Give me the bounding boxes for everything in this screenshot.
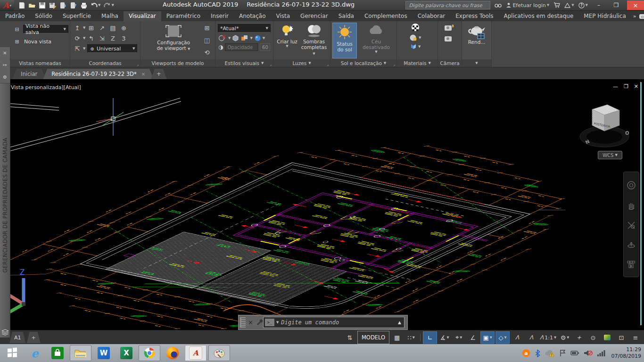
ribbon-tab-express-tools[interactable]: Express Tools — [450, 11, 498, 21]
undo-icon[interactable]: ▼ — [91, 2, 100, 9]
material-assign-icon[interactable] — [409, 34, 418, 41]
ribbon-tab-colaborar[interactable]: Colaborar — [413, 11, 451, 21]
restore-button[interactable]: ❐ — [610, 0, 623, 10]
bluetooth-icon[interactable] — [535, 349, 540, 357]
ucs-tool-icon-1-2[interactable]: ⇲ — [97, 33, 107, 43]
annotation-visibility-toggle[interactable]: Λ — [511, 332, 524, 343]
ribbon-tab-gerenciar[interactable]: Gerenciar — [295, 11, 333, 21]
excel-icon[interactable]: X — [116, 346, 137, 361]
search-input[interactable]: Digite palavra-chave ou frase — [405, 1, 490, 9]
open-icon[interactable] — [28, 2, 35, 9]
panel-title-named-views[interactable]: Vistas nomeadas — [10, 59, 70, 67]
ortho-toggle[interactable]: ∟ — [423, 331, 437, 344]
ucs-tool-icon-1-4[interactable]: 3 — [118, 33, 129, 43]
workspace-switching-gear[interactable]: ⚙▼ — [558, 332, 571, 343]
ribbon-tab-sólido[interactable]: Sólido — [30, 11, 58, 21]
opacity-slider[interactable]: Opacidade — [225, 43, 258, 51]
ucs-tool-icon-0-2[interactable]: ↗ — [97, 23, 107, 33]
face-style-icon[interactable] — [240, 34, 248, 41]
command-close-icon[interactable]: ✕ — [248, 319, 253, 326]
panel-title-model-viewports[interactable]: Viewports de modelo — [140, 59, 215, 67]
xray-toggle-icon[interactable]: ◑ — [218, 44, 223, 50]
panel-title-visual-styles[interactable]: Estilos visuais▼⌟ — [215, 59, 273, 67]
isolate-objects-toggle[interactable]: ⊙ — [586, 332, 600, 343]
file-tab-document[interactable]: Residência 26-07-19 23-22 3D*✕ — [43, 69, 154, 79]
firefox-icon[interactable] — [162, 346, 183, 361]
avast-icon[interactable]: a — [522, 349, 530, 357]
ribbon-tab-visualizar[interactable]: Visualizar — [124, 11, 161, 21]
onedrive-warning-icon[interactable]: ! — [545, 349, 555, 357]
new-icon[interactable] — [18, 2, 25, 9]
battery-icon[interactable] — [570, 350, 579, 356]
volume-muted-icon[interactable] — [584, 349, 593, 357]
internet-explorer-icon[interactable]: e — [25, 346, 45, 361]
named-view-dropdown[interactable]: Vista não salva▼ — [23, 25, 68, 33]
file-tab-start[interactable]: Iniciar — [12, 69, 46, 79]
isodraft-toggle[interactable]: ∠ — [466, 332, 479, 343]
wifi-icon[interactable] — [597, 350, 605, 356]
autocad-app-button[interactable]: A▾ — [0, 0, 14, 10]
autodesk-exchange-icon[interactable]: ▼ — [564, 3, 574, 8]
paint-icon[interactable] — [208, 345, 230, 361]
render-button[interactable]: Rend... — [465, 23, 488, 45]
ucs-dropdown[interactable]: 🜨 Universal▼ — [87, 44, 137, 53]
ucs-tool-icon-1-0[interactable]: ⟳ — [72, 33, 83, 43]
panel-title-sun-location[interactable]: Sol e localização▼⌟ — [330, 59, 396, 67]
drawing-canvas[interactable]: Vista personalizada][Atual] — ❐ ✕ N O PO… — [0, 79, 644, 330]
ribbon-tab-superfície[interactable]: Superfície — [58, 11, 96, 21]
file-tab-new[interactable]: + — [151, 69, 167, 79]
command-customize-wr-icon[interactable] — [256, 319, 263, 326]
view-manager-icon[interactable]: ⊟ — [12, 25, 22, 34]
palette-autohide-icon[interactable]: ↦ — [3, 62, 7, 67]
orbit-icon[interactable] — [627, 241, 636, 249]
panel-title-materials[interactable]: Materiais▼ — [397, 59, 438, 67]
ucs-tool-icon-0-1[interactable]: ⊞ — [86, 23, 96, 33]
redo-icon[interactable]: ▼ — [104, 2, 114, 9]
viewport-restore-icon[interactable]: ❐ — [624, 83, 628, 90]
ribbon-tab-complementos[interactable]: Complementos — [359, 11, 413, 21]
viewport-minimize-icon[interactable]: — — [613, 83, 618, 90]
customization-menu[interactable]: ≡ — [629, 332, 642, 343]
ucs-tool-icon-0-4[interactable]: ⊕ — [118, 23, 129, 33]
layer-properties-palette[interactable]: ✕ ↦ ⚙ GERENCIADOR DE PROPRIEDADES DE CAM… — [0, 47, 10, 337]
taskbar-clock[interactable]: 11:2907/08/2019 — [611, 346, 641, 360]
panel-title-coordinates[interactable]: Coordenadas⌟ — [70, 59, 140, 67]
object-snap-toggle[interactable]: ▣▼ — [480, 331, 495, 344]
plot-icon[interactable] — [80, 2, 87, 9]
material-mapping-icon[interactable] — [410, 43, 417, 50]
chrome-icon[interactable] — [139, 345, 160, 361]
snap-toggle[interactable]: ∷▼ — [405, 332, 418, 343]
close-button[interactable]: × — [627, 0, 644, 10]
ucs-tool-icon-2-0[interactable]: ⇱ — [72, 44, 83, 53]
ribbon-tab-aplicativos-em-destaque[interactable]: Aplicativos em destaque — [499, 11, 579, 21]
action-center-flag-icon[interactable] — [559, 349, 566, 357]
camera-icon[interactable] — [444, 35, 454, 42]
ribbon-tab-mep-hidráulica[interactable]: MEP Hidráulica — [578, 11, 631, 21]
new-view-button[interactable]: ⊞ Nova vista — [12, 37, 68, 46]
ribbon-tab-padrão[interactable]: Padrão — [0, 11, 30, 21]
command-line-bar[interactable]: ✕ >_ ▼ Digite um comando ▲ — [238, 315, 408, 330]
sky-off-button[interactable]: Céu desativado▼ — [358, 23, 395, 54]
viewport-label[interactable]: Vista personalizada][Atual] — [11, 84, 81, 90]
create-light-button[interactable]: Criar luz▼ — [276, 24, 298, 48]
viewport-close-icon[interactable]: ✕ — [634, 83, 638, 90]
viewport-join-icon[interactable]: ◫ — [202, 35, 212, 45]
file-tab-close-icon[interactable]: ✕ — [141, 72, 145, 77]
elevation-toggle[interactable]: ⇅ — [343, 332, 356, 343]
ribbon-tab-inserir[interactable]: Inserir — [206, 11, 234, 21]
visual-style-dropdown[interactable]: *Atual*▼ — [218, 24, 271, 33]
ribbon-overflow-chevron[interactable]: » — [633, 13, 636, 19]
osnap-tracking-toggle[interactable]: ⌖▼ — [452, 332, 465, 343]
ribbon-tab-vista[interactable]: Vista — [271, 11, 296, 21]
ribbon-tab-anotação[interactable]: Anotação — [234, 11, 271, 21]
navigation-wheel-icon[interactable] — [627, 181, 636, 190]
graphics-performance-toggle[interactable] — [601, 332, 614, 343]
layout-tab-new[interactable]: + — [27, 332, 41, 343]
visual-style-off-icon[interactable] — [218, 34, 227, 41]
upload-icon[interactable] — [70, 2, 77, 9]
canvas-scrollbar[interactable] — [640, 82, 642, 325]
viewport-named-icon[interactable]: ⊞ — [202, 23, 212, 33]
search-icon[interactable] — [495, 2, 502, 8]
ribbon-tab-malha[interactable]: Malha — [96, 11, 124, 21]
panel-title-lights[interactable]: Luzes▼⌟ — [273, 59, 330, 67]
